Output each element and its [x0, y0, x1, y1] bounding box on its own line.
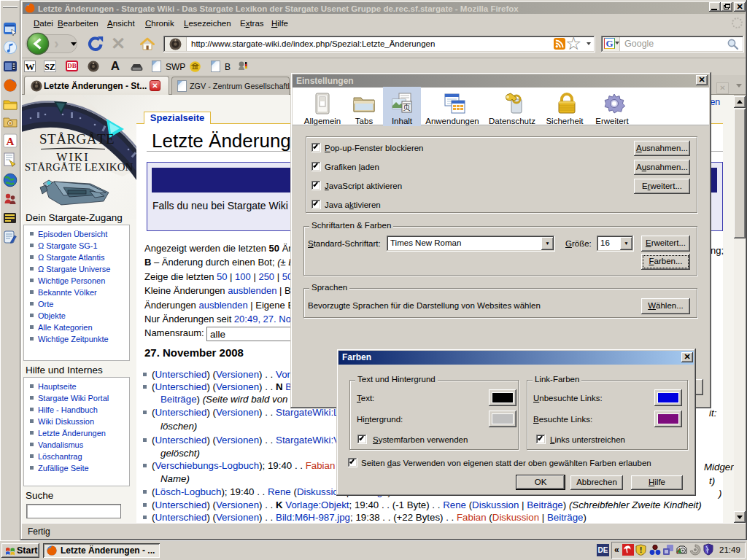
svg-text:页: 页 — [403, 103, 411, 112]
svg-text:A: A — [7, 136, 15, 147]
svg-text:G: G — [605, 38, 613, 49]
svg-text:!: ! — [640, 545, 643, 554]
